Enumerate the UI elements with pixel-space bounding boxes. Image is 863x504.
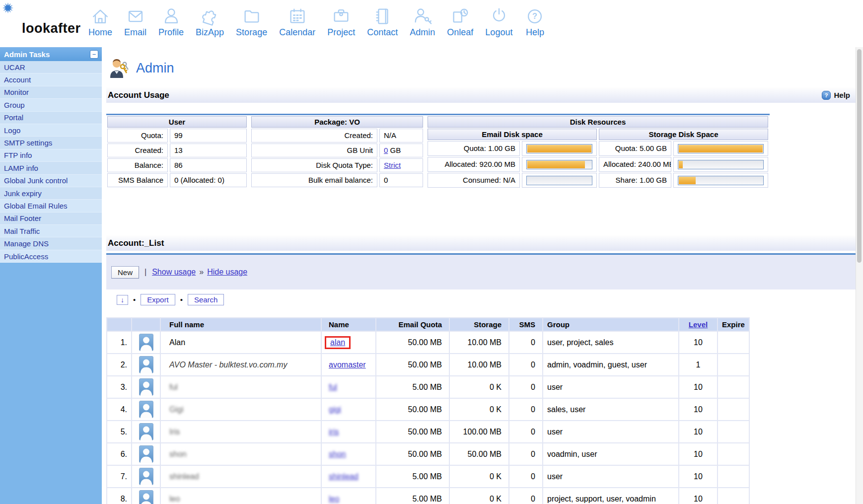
nav-item-contact[interactable]: Contact <box>367 6 398 38</box>
help-link[interactable]: ? Help <box>822 91 850 100</box>
level-sort-link[interactable]: Level <box>689 320 708 329</box>
avatar-cell <box>132 443 160 465</box>
hide-usage-link[interactable]: Hide usage <box>207 268 247 277</box>
avatar-icon <box>139 445 153 463</box>
sidebar-item-mail-traffic[interactable]: Mail Traffic <box>0 225 102 237</box>
full-name-cell: ful <box>161 376 321 398</box>
new-button[interactable]: New <box>111 266 139 279</box>
full-name: shon <box>169 450 187 458</box>
sidebar-item-group[interactable]: Group <box>0 99 102 111</box>
help-icon: ? <box>524 6 545 27</box>
account-name-link-gigi[interactable]: gigi <box>329 405 341 414</box>
nav-item-logout[interactable]: Logout <box>485 6 512 38</box>
admin-user-icon <box>106 57 129 79</box>
full-name: ful <box>169 383 178 391</box>
nav-label: Profile <box>158 27 184 38</box>
row-number: 5. <box>107 421 131 442</box>
nav-item-home[interactable]: Home <box>88 6 112 38</box>
expire-cell <box>718 421 749 442</box>
sidebar: Admin Tasks − UCARAccountMonitorGroupPor… <box>0 47 102 504</box>
section-title-account-list: Account:_List <box>108 238 164 248</box>
account-name-link-shinlead[interactable]: shinlead <box>329 472 359 481</box>
email-consumed-bar <box>526 176 592 185</box>
home-icon <box>90 6 111 27</box>
sidebar-item-monitor[interactable]: Monitor <box>0 86 102 99</box>
column-header-storage: Storage <box>450 318 508 331</box>
section-title-account-usage: Account Usage <box>108 90 169 100</box>
full-name-cell: shinlead <box>161 466 321 487</box>
account-row-avomaster: 2.AVO Master - bulktest.vo.com.myavomast… <box>107 354 749 375</box>
account-name-link-leo[interactable]: leo <box>329 495 339 503</box>
search-button[interactable]: Search <box>188 294 224 305</box>
account-list-table: Full nameNameEmail QuotaStorageSMSGroupL… <box>106 317 750 504</box>
account-name-link-alan[interactable]: alan <box>330 338 345 347</box>
group-cell: voadmin, user <box>543 443 678 465</box>
account-name-link-avomaster[interactable]: avomaster <box>329 360 366 369</box>
vertical-scrollbar[interactable] <box>856 47 863 504</box>
row-number: 6. <box>107 443 131 465</box>
level-cell: 10 <box>679 421 717 442</box>
sidebar-item-global-email-rules[interactable]: Global Email Rules <box>0 200 102 212</box>
page-title-row: Admin <box>106 57 856 79</box>
account-name-link-ful[interactable]: ful <box>329 383 337 391</box>
sort-button[interactable]: ↓ <box>117 295 128 305</box>
account-name-link-shon[interactable]: shon <box>329 450 346 458</box>
app: lookafter HomeEmailProfileBizAppStorageC… <box>0 0 863 504</box>
nav-item-storage[interactable]: Storage <box>236 6 267 38</box>
calendar-icon <box>287 6 308 27</box>
row-number: 8. <box>107 488 131 504</box>
account-name-link-iris[interactable]: iris <box>329 428 339 436</box>
nav-label: Onleaf <box>447 27 473 38</box>
storage-quota-bar-cell <box>673 141 768 156</box>
full-name: Alan <box>169 338 185 347</box>
show-usage-link[interactable]: Show usage <box>152 268 196 277</box>
sidebar-item-junk-expiry[interactable]: Junk expiry <box>0 187 102 200</box>
sidebar-item-global-junk-control[interactable]: Global Junk control <box>0 175 102 187</box>
avatar-icon <box>139 490 153 504</box>
nav-item-project[interactable]: Project <box>327 6 355 38</box>
column-header-level[interactable]: Level <box>679 318 717 331</box>
full-name: shinlead <box>169 472 199 481</box>
expire-cell <box>718 376 749 398</box>
sms-cell: 0 <box>509 354 542 375</box>
nav-item-help[interactable]: ?Help <box>524 6 545 38</box>
email-quota-cell: 5.00 MB <box>376 466 449 487</box>
nav-item-email[interactable]: Email <box>124 6 146 38</box>
avatar-icon <box>139 423 153 440</box>
sms-cell: 0 <box>509 399 542 420</box>
gb-unit-link[interactable]: 0 <box>384 146 388 154</box>
nav-label: Help <box>526 27 544 38</box>
sidebar-item-publicaccess[interactable]: PublicAccess <box>0 250 102 263</box>
sidebar-item-logo[interactable]: Logo <box>0 124 102 137</box>
sidebar-item-account[interactable]: Account <box>0 73 102 86</box>
nav-item-admin[interactable]: Admin <box>410 6 435 38</box>
sidebar-item-ucar[interactable]: UCAR <box>0 61 102 73</box>
sidebar-item-manage-dns[interactable]: Manage DNS <box>0 237 102 250</box>
usage-label: Allocated: 240.00 MB <box>599 157 671 172</box>
sidebar-item-portal[interactable]: Portal <box>0 112 102 124</box>
sidebar-item-ftp-info[interactable]: FTP info <box>0 149 102 162</box>
collapse-button[interactable]: − <box>90 50 98 59</box>
nav-item-bizapp[interactable]: BizApp <box>196 6 224 38</box>
sidebar-item-lamp-info[interactable]: LAMP info <box>0 162 102 174</box>
row-number: 1. <box>107 332 131 353</box>
topbar: lookafter HomeEmailProfileBizAppStorageC… <box>0 0 863 47</box>
export-button[interactable]: Export <box>141 294 175 305</box>
brand-logo: lookafter <box>22 21 81 36</box>
top-nav: HomeEmailProfileBizAppStorageCalendarPro… <box>88 6 557 38</box>
sidebar-item-smtp-settings[interactable]: SMTP settings <box>0 137 102 149</box>
account-usage-table: User Quota:99Created:13Balance:86SMS Bal… <box>106 114 770 188</box>
nav-item-profile[interactable]: Profile <box>158 6 184 38</box>
highlight-box: alan <box>325 336 351 349</box>
full-name-cell: Gigi <box>161 399 321 420</box>
account-row-alan: 1.Alanalan50.00 MB10.00 MB0user, project… <box>107 332 749 353</box>
usage-label: Balance: <box>107 158 168 172</box>
name-cell: iris <box>322 421 375 442</box>
sidebar-item-mail-footer[interactable]: Mail Footer <box>0 213 102 225</box>
scrollbar-thumb[interactable] <box>857 49 862 263</box>
disk-quota-type-link[interactable]: Strict <box>384 161 401 169</box>
nav-item-calendar[interactable]: Calendar <box>279 6 315 38</box>
storage-cell: 0 K <box>450 466 508 487</box>
nav-item-onleaf[interactable]: Onleaf <box>447 6 473 38</box>
expire-cell <box>718 332 749 353</box>
